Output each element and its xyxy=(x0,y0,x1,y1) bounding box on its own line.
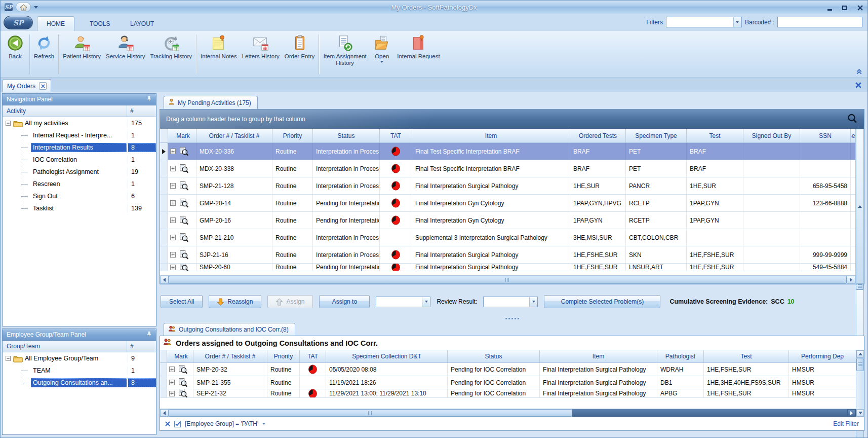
search-icon[interactable] xyxy=(847,113,858,126)
scroll-left-button[interactable] xyxy=(160,409,169,417)
column-header-tat[interactable]: TAT xyxy=(380,129,412,142)
column-header-priority[interactable]: Priority xyxy=(267,350,300,362)
application-menu-button[interactable]: SP xyxy=(4,16,33,29)
preview-document-icon[interactable] xyxy=(178,364,188,375)
remove-filter-icon[interactable] xyxy=(165,421,170,426)
home-quick-access-button[interactable] xyxy=(16,2,31,12)
table-row[interactable]: SMP-21-355Routine11/19/2021 18:26Pending… xyxy=(160,376,856,389)
column-header-test[interactable]: Test xyxy=(687,129,743,142)
tree-item-team[interactable]: TEAM1 xyxy=(3,364,156,377)
expand-row-icon[interactable] xyxy=(169,391,175,396)
preview-document-icon[interactable] xyxy=(179,164,189,174)
table-row[interactable]: GMP-20-16RoutinePending for Interpretati… xyxy=(160,212,855,229)
ribbon-button-letters-history[interactable]: Letters History xyxy=(240,32,282,76)
scroll-right-button[interactable] xyxy=(847,276,855,284)
ribbon-button-service-history[interactable]: Service History xyxy=(103,32,147,76)
ribbon-button-internal-notes[interactable]: Internal Notes xyxy=(198,32,240,76)
column-header-priority[interactable]: Priority xyxy=(272,129,313,142)
filters-dropdown[interactable] xyxy=(666,17,742,27)
vertical-scrollbar[interactable] xyxy=(856,350,864,417)
tree-item-all-my-activities[interactable]: All my activities175 xyxy=(3,117,156,129)
ribbon-button-patient-history[interactable]: Patient History xyxy=(60,32,103,76)
tab-outgoing-consultations[interactable]: Outgoing Consultations and IOC Corr.(8) xyxy=(164,323,295,336)
assign-to-dropdown[interactable] xyxy=(376,297,430,307)
collapse-minus-icon[interactable] xyxy=(6,356,11,361)
activity-column-header[interactable]: Activity # xyxy=(3,105,156,117)
scrollbar-thumb[interactable] xyxy=(169,409,572,417)
preview-document-icon[interactable] xyxy=(179,233,189,243)
collapse-minus-icon[interactable] xyxy=(6,121,11,126)
tree-item-internal-request-interpre-[interactable]: Internal Request - Interpre...1 xyxy=(3,129,156,141)
preview-document-icon[interactable] xyxy=(179,264,189,271)
group-by-bar[interactable]: Drag a column header here to group by th… xyxy=(160,110,864,129)
tree-item-sign-out[interactable]: Sign Out6 xyxy=(3,190,156,202)
column-header-ordered-tests[interactable]: Ordered Tests xyxy=(570,129,626,142)
preview-document-icon[interactable] xyxy=(179,147,189,157)
restore-button[interactable] xyxy=(841,4,848,11)
expand-row-icon[interactable] xyxy=(170,200,176,206)
filter-expression[interactable]: [Employee Group] = 'PATH' xyxy=(185,420,258,427)
scroll-left-button[interactable] xyxy=(160,276,169,284)
tree-item-interpretation-results[interactable]: Interpretation Results8 xyxy=(3,141,156,154)
expand-row-icon[interactable] xyxy=(170,265,176,270)
tab-tools[interactable]: TOOLS xyxy=(81,16,119,31)
table-row[interactable]: SMP-21-128RoutineInterpretation in Proce… xyxy=(160,177,855,195)
table-row[interactable]: SMP-20-60RoutinePending for Interpretati… xyxy=(160,264,855,271)
column-header-order-#-tasklist-#[interactable]: Order # / Tasklist # xyxy=(193,350,267,362)
complete-selected-problems-button[interactable]: Complete Selected Problem(s) xyxy=(544,295,660,308)
tree-item-ioc-correlation[interactable]: IOC Correlation1 xyxy=(3,154,156,166)
scroll-right-button[interactable] xyxy=(847,409,856,417)
scrollbar-thumb[interactable] xyxy=(856,358,864,371)
tree-item-pathologist-assignment[interactable]: Pathologist Assignment19 xyxy=(3,166,156,178)
select-all-button[interactable]: Select All xyxy=(161,295,203,308)
preview-document-icon[interactable] xyxy=(179,250,189,260)
column-header-item[interactable]: Item xyxy=(412,129,570,142)
column-header-performing-dep[interactable]: Performing Dep xyxy=(789,350,856,362)
tab-layout[interactable]: LAYOUT xyxy=(121,16,163,31)
edit-filter-link[interactable]: Edit Filter xyxy=(833,420,859,427)
close-button[interactable] xyxy=(856,4,863,11)
expand-row-icon[interactable] xyxy=(170,166,176,171)
review-result-dropdown[interactable] xyxy=(483,297,538,307)
table-row[interactable]: SMP-20-32Routine05/05/2020 08:08Pending … xyxy=(160,363,856,376)
expand-row-icon[interactable] xyxy=(169,380,175,385)
column-header-test[interactable]: Test xyxy=(704,350,789,362)
column-header-item[interactable]: Item xyxy=(540,350,657,362)
ribbon-button-refresh[interactable]: Refresh xyxy=(31,32,57,76)
column-count[interactable]: # xyxy=(127,341,156,352)
horizontal-scrollbar[interactable] xyxy=(160,275,855,284)
scrollbar-thumb[interactable] xyxy=(169,276,847,284)
column-header-tat[interactable]: TAT xyxy=(300,350,326,362)
expand-row-icon[interactable] xyxy=(169,367,175,372)
column-count[interactable]: # xyxy=(127,105,156,117)
barcode-input[interactable] xyxy=(777,17,862,27)
preview-document-icon[interactable] xyxy=(178,378,188,388)
preview-document-icon[interactable] xyxy=(179,198,189,208)
ribbon-button-item-assignment-history[interactable]: Item Assignment History xyxy=(321,32,369,76)
splitter-handle[interactable] xyxy=(160,316,864,320)
table-row[interactable]: SMP-21-210RoutineInterpretation in Proce… xyxy=(160,229,855,246)
expand-row-icon[interactable] xyxy=(170,217,176,223)
chevron-down-icon[interactable] xyxy=(262,423,265,425)
scroll-down-button[interactable] xyxy=(856,409,864,417)
pin-icon[interactable] xyxy=(146,331,152,339)
assign-to-button[interactable]: Assign to xyxy=(319,295,370,308)
preview-document-icon[interactable] xyxy=(178,389,188,397)
tree-item-all-employee-group-team[interactable]: All Employee Group/Team9 xyxy=(3,352,156,364)
filter-checkbox[interactable] xyxy=(174,421,181,427)
table-row[interactable]: SEP-21-32Routine11/29/2021 13:00; 11/29/… xyxy=(160,389,856,398)
column-header-mark[interactable]: Mark xyxy=(168,129,196,142)
tab-home[interactable]: HOME xyxy=(37,16,74,31)
column-group-team[interactable]: Group/Team xyxy=(3,343,127,350)
ribbon-button-tracking-history[interactable]: Tracking History xyxy=(147,32,194,76)
column-header-pathologist[interactable]: Pathologist xyxy=(657,350,704,362)
table-row[interactable]: GMP-20-14RoutinePending for Interpretati… xyxy=(160,195,855,212)
column-header-sen[interactable]: Sen xyxy=(851,129,855,142)
close-document-area-button[interactable] xyxy=(855,81,861,90)
column-header-status[interactable]: Status xyxy=(448,350,540,362)
ribbon-button-order-entry[interactable]: Order Entry xyxy=(282,32,317,76)
expand-row-icon[interactable] xyxy=(170,252,176,258)
preview-document-icon[interactable] xyxy=(179,181,189,191)
reassign-button[interactable]: Reassign xyxy=(209,295,261,308)
quick-access-caret-icon[interactable] xyxy=(34,6,38,9)
